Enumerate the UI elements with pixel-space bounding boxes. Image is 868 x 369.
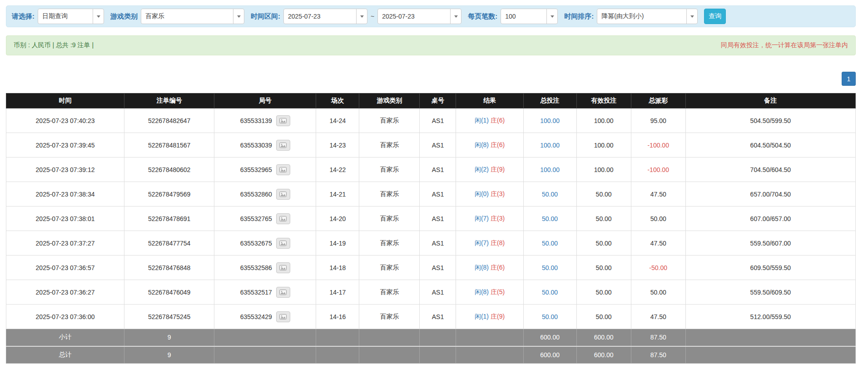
date-from-select[interactable]: 2025-07-23	[283, 9, 367, 24]
header-total-bet: 总投注	[523, 93, 576, 108]
cell-time: 2025-07-23 07:37:27	[6, 231, 124, 256]
view-round-result-button[interactable]	[276, 311, 290, 322]
chevron-down-icon	[546, 9, 557, 24]
result-player: 闲(8)	[475, 264, 489, 271]
total-bet-link[interactable]: 50.00	[542, 313, 558, 320]
result-banker: 庄(3)	[491, 215, 505, 222]
cell-game-category: 百家乐	[359, 305, 420, 329]
cell-result: 闲(1)庄(9)	[456, 305, 523, 329]
query-type-group: 请选择: 日期查询	[12, 9, 104, 24]
per-page-select[interactable]: 100	[501, 9, 558, 24]
view-round-result-button[interactable]	[276, 164, 290, 175]
query-type-label: 请选择:	[12, 12, 35, 21]
table-row: 2025-07-23 07:36:27522678476049635532517…	[6, 280, 856, 305]
footer-cell-table-no	[420, 346, 456, 364]
cell-game-category: 百家乐	[359, 108, 420, 133]
view-round-result-button[interactable]	[276, 262, 290, 273]
cell-time: 2025-07-23 07:36:27	[6, 280, 124, 305]
result-player: 闲(8)	[475, 288, 489, 295]
time-sort-select[interactable]: 降冪(由大到小)	[597, 9, 698, 24]
cell-valid-bet: 50.00	[576, 182, 631, 207]
cell-round: 635532586	[214, 256, 316, 280]
cell-result: 闲(8)庄(6)	[456, 256, 523, 280]
cell-remark: 657.00/704.50	[685, 182, 855, 207]
footer-cell-payout: 87.50	[631, 329, 685, 346]
cell-payout: 47.50	[631, 305, 685, 329]
round-number: 635532517	[240, 289, 272, 296]
table-row: 2025-07-23 07:36:00522678475245635532429…	[6, 305, 856, 329]
round-number: 635532675	[240, 240, 272, 247]
cell-game-category: 百家乐	[359, 133, 420, 157]
result-banker: 庄(9)	[491, 313, 505, 320]
cell-total-bet: 50.00	[523, 231, 576, 256]
cell-game-category: 百家乐	[359, 207, 420, 231]
view-round-result-button[interactable]	[276, 213, 290, 224]
round-wrap: 635532675	[240, 238, 290, 249]
cell-result: 闲(0)庄(3)	[456, 182, 523, 207]
cell-table-no: AS1	[420, 108, 456, 133]
view-round-result-button[interactable]	[276, 189, 290, 200]
footer-cell-session	[316, 329, 359, 346]
search-button[interactable]: 查询	[704, 9, 726, 24]
currency-total-text: 币别 : 人民币 | 总共 :9 注单 |	[14, 41, 94, 49]
cell-bet-id: 522678481567	[124, 133, 214, 157]
cell-game-category: 百家乐	[359, 280, 420, 305]
footer-cell-total-bet: 600.00	[523, 329, 576, 346]
result-banker: 庄(6)	[491, 141, 505, 148]
round-result-image-icon	[279, 216, 287, 221]
total-bet-link[interactable]: 100.00	[540, 142, 560, 149]
subtotal-row: 小计9600.00600.0087.50	[6, 329, 856, 346]
chevron-down-icon	[233, 9, 244, 24]
round-wrap: 635532586	[240, 262, 290, 273]
total-bet-link[interactable]: 50.00	[542, 289, 558, 296]
total-bet-link[interactable]: 50.00	[542, 191, 558, 198]
view-round-result-button[interactable]	[276, 287, 290, 298]
round-result-image-icon	[279, 265, 287, 271]
footer-cell-bet-id: 9	[124, 346, 214, 364]
table-row: 2025-07-23 07:38:01522678478691635532765…	[6, 207, 856, 231]
cell-valid-bet: 50.00	[576, 280, 631, 305]
view-round-result-button[interactable]	[276, 115, 290, 126]
game-category-group: 游戏类别 百家乐	[110, 9, 244, 24]
total-bet-link[interactable]: 50.00	[542, 240, 558, 247]
footer-cell-result	[456, 346, 523, 364]
total-bet-link[interactable]: 100.00	[540, 117, 560, 124]
cell-time: 2025-07-23 07:39:12	[6, 157, 124, 182]
view-round-result-button[interactable]	[276, 238, 290, 249]
page-button-1[interactable]: 1	[842, 72, 856, 86]
per-page-value: 100	[501, 13, 546, 20]
cell-round: 635533039	[214, 133, 316, 157]
header-remark: 备注	[685, 93, 855, 108]
cell-session: 14-23	[316, 133, 359, 157]
round-wrap: 635532965	[240, 164, 290, 175]
view-round-result-button[interactable]	[276, 140, 290, 151]
total-bet-link[interactable]: 50.00	[542, 264, 558, 271]
round-wrap: 635532860	[240, 189, 290, 200]
query-type-select[interactable]: 日期查询	[38, 9, 104, 24]
result-player: 闲(0)	[475, 190, 489, 197]
date-to-select[interactable]: 2025-07-23	[377, 9, 461, 24]
cell-session: 14-19	[316, 231, 359, 256]
round-wrap: 635532765	[240, 213, 290, 224]
table-row: 2025-07-23 07:40:23522678482647635533139…	[6, 108, 856, 133]
cell-bet-id: 522678475245	[124, 305, 214, 329]
total-bet-link[interactable]: 100.00	[540, 166, 560, 173]
cell-remark: 504.50/599.50	[685, 108, 855, 133]
cell-session: 14-22	[316, 157, 359, 182]
result-player: 闲(7)	[475, 215, 489, 222]
per-page-group: 每页笔数: 100	[468, 9, 558, 24]
footer-cell-game-category	[359, 346, 420, 364]
time-range-label: 时间区间:	[251, 12, 280, 21]
cell-time: 2025-07-23 07:36:57	[6, 256, 124, 280]
cell-remark: 704.50/604.50	[685, 157, 855, 182]
round-wrap: 635533039	[240, 140, 290, 151]
cell-time: 2025-07-23 07:36:00	[6, 305, 124, 329]
game-category-select[interactable]: 百家乐	[141, 9, 244, 24]
cell-total-bet: 100.00	[523, 108, 576, 133]
table-row: 2025-07-23 07:37:27522678477754635532675…	[6, 231, 856, 256]
result-player: 闲(8)	[475, 141, 489, 148]
grand-total-row: 总计9600.00600.0087.50	[6, 346, 856, 364]
round-number: 635532586	[240, 264, 272, 271]
total-bet-link[interactable]: 50.00	[542, 215, 558, 222]
cell-table-no: AS1	[420, 182, 456, 207]
